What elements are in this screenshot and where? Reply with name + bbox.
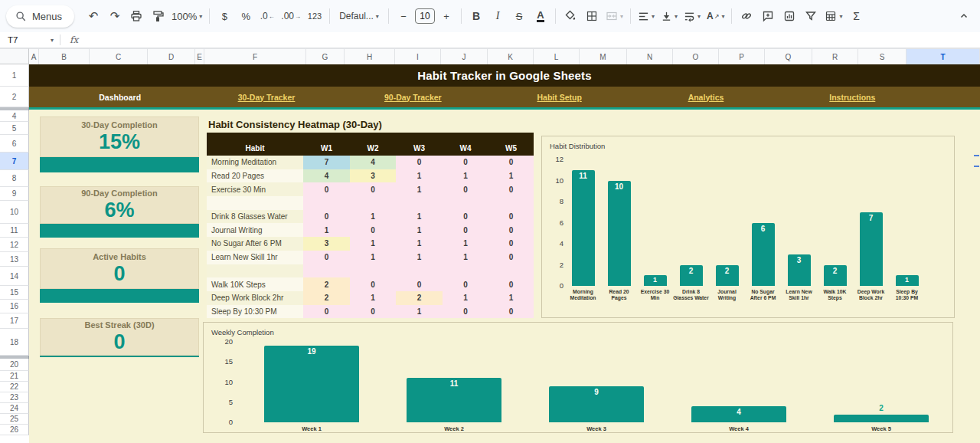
row-header-2[interactable]: 2 [0,87,29,107]
row-header-7[interactable]: 7 [0,153,29,170]
decrease-decimal-button[interactable]: .0← [257,6,277,26]
nav-item-analytics[interactable]: Analytics [632,87,779,107]
select-all-corner[interactable] [0,48,29,64]
heat-cell[interactable] [303,196,350,210]
bar-week-2[interactable]: 11 [407,378,501,422]
increase-font-size-button[interactable]: + [436,6,456,26]
merge-cells-button[interactable]: ▾ [603,6,626,26]
bar-exercise-30-min[interactable]: 1 [644,275,667,286]
heat-cell[interactable]: 1 [443,237,488,251]
habit-name-cell[interactable]: No Sugar After 6 PM [207,237,303,251]
heat-cell[interactable]: 1 [396,169,443,183]
column-header-I[interactable]: I [395,49,441,65]
heat-cell[interactable]: 1 [396,182,443,196]
row-header-25[interactable]: 25 [0,414,29,425]
column-header-C[interactable]: C [90,49,148,65]
heat-cell[interactable]: 0 [443,182,488,196]
habit-name-cell[interactable]: Morning Meditation [207,156,303,169]
column-header-R[interactable]: R [812,49,858,65]
heat-cell[interactable]: 1 [303,223,350,237]
column-header-O[interactable]: O [673,49,719,65]
heat-cell[interactable]: 0 [443,210,488,224]
bar-morning-meditation[interactable]: 11 [572,170,595,286]
heat-cell[interactable]: 0 [443,223,488,237]
heat-cell[interactable] [350,264,396,278]
heat-cell[interactable]: 0 [488,182,534,196]
heat-cell[interactable]: 0 [488,305,534,319]
vertical-align-button[interactable]: ▾ [658,6,680,26]
heat-cell[interactable] [350,196,396,210]
heat-cell[interactable]: 1 [396,305,443,319]
heat-cell[interactable]: 0 [396,277,443,291]
bar-journal-writing[interactable]: 2 [716,265,739,287]
row-header-26[interactable]: 26 [0,425,29,435]
heat-cell[interactable]: 1 [488,169,534,183]
row-header-15[interactable]: 15 [0,286,29,300]
row-header-5[interactable]: 5 [0,122,29,135]
heat-cell[interactable] [396,196,443,210]
heat-cell[interactable]: 4 [350,156,396,169]
heat-cell[interactable]: 0 [488,277,534,291]
habit-name-cell[interactable]: Read 20 Pages [207,169,303,183]
row-header-10[interactable]: 10 [0,201,29,224]
zoom-select[interactable]: 100%▾ [169,6,204,26]
column-header-K[interactable]: K [488,49,534,65]
insert-comment-button[interactable] [758,6,778,26]
column-header-S[interactable]: S [858,49,906,65]
column-header-L[interactable]: L [534,49,580,65]
heat-cell[interactable]: 1 [488,291,534,305]
heat-cell[interactable]: 1 [443,169,488,183]
heat-cell[interactable] [396,264,443,278]
heat-cell[interactable] [443,196,488,210]
heat-cell[interactable] [443,264,488,278]
heat-cell[interactable]: 0 [488,251,534,264]
scrollbar-mark[interactable] [974,166,979,167]
row-header-18[interactable]: 18 [0,329,29,356]
paint-format-button[interactable] [148,6,168,26]
row-header-6[interactable]: 6 [0,135,29,153]
scrollbar-mark[interactable] [974,155,979,156]
heat-cell[interactable]: 0 [488,210,534,224]
sheet-canvas[interactable]: Habit Tracker in Google Sheets Dashboard… [29,64,980,443]
text-wrap-button[interactable]: ▾ [681,6,703,26]
heat-cell[interactable]: 0 [303,210,350,224]
bar-sleep-by-10-30-pm[interactable]: 1 [896,275,919,286]
habit-name-cell[interactable]: Drink 8 Glasses Water [207,210,303,224]
horizontal-align-button[interactable]: ▾ [635,6,657,26]
heat-cell[interactable]: 0 [303,182,350,196]
row-header-13[interactable]: 13 [0,252,29,267]
row-header-8[interactable]: 8 [0,170,29,187]
bar-deep-work-block-2hr[interactable]: 7 [860,212,883,286]
column-header-E[interactable]: E [195,49,204,65]
undo-button[interactable]: ↶ [83,6,103,26]
heat-cell[interactable]: 0 [396,156,443,169]
habit-name-cell[interactable]: Deep Work Block 2hr [207,291,303,305]
heat-cell[interactable]: 0 [443,305,488,319]
decrease-font-size-button[interactable]: − [394,6,413,26]
bar-read-20-pages[interactable]: 10 [608,181,631,287]
column-header-Q[interactable]: Q [765,49,812,65]
heat-cell[interactable]: 1 [350,237,396,251]
row-header-1[interactable]: 1 [0,64,29,87]
more-formats-button[interactable]: 123 [305,6,325,26]
heat-cell[interactable]: 2 [303,277,350,291]
heat-cell[interactable]: 0 [350,182,396,196]
row-header-22[interactable]: 22 [0,382,29,392]
heat-cell[interactable]: 0 [488,223,534,237]
hide-menus-button[interactable] [954,6,974,26]
row-header-14[interactable]: 14 [0,267,29,286]
row-header-11[interactable]: 11 [0,224,29,238]
heat-cell[interactable]: 0 [350,305,396,319]
heat-cell[interactable] [303,264,350,278]
column-header-M[interactable]: M [580,49,627,65]
habit-name-cell[interactable] [207,196,303,210]
column-header-H[interactable]: H [345,49,395,65]
name-box[interactable]: T7 ▾ [0,35,60,44]
heat-cell[interactable]: 0 [488,237,534,251]
habit-name-cell[interactable]: Learn New Skill 1hr [207,251,303,264]
bar-drink-8-glasses-water[interactable]: 2 [680,265,703,287]
heat-cell[interactable]: 1 [350,291,396,305]
heat-cell[interactable]: 2 [303,291,350,305]
heat-cell[interactable]: 1 [396,251,443,264]
heat-cell[interactable]: 0 [303,251,350,264]
